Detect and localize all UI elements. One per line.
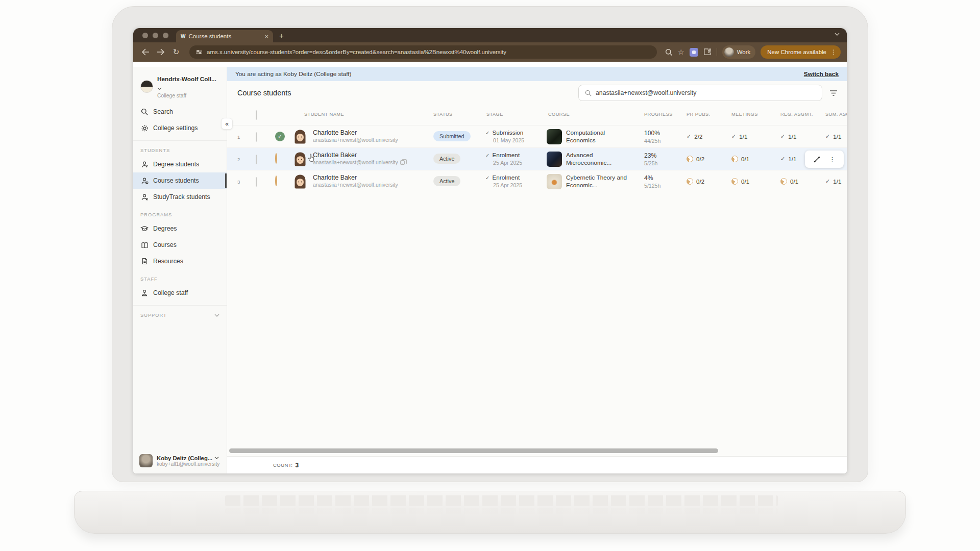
maximize-window-button[interactable] [163, 33, 168, 38]
row-menu-kebab-icon[interactable]: ⋮ [829, 156, 836, 163]
row-checkbox[interactable] [256, 155, 257, 164]
pending-icon [731, 156, 738, 162]
column-header-stage[interactable]: STAGE [486, 112, 503, 117]
pr-pubs-cell: 0/2 [687, 156, 704, 162]
pinned-extension-icon[interactable] [690, 48, 698, 57]
close-window-button[interactable] [142, 33, 148, 38]
sidebar-item-studytrack-students[interactable]: StudyTrack students [133, 189, 227, 205]
sidebar-item-degrees[interactable]: Degrees [133, 220, 227, 237]
column-header-status[interactable]: STATUS [433, 112, 453, 117]
sidebar-collapse-button[interactable]: « [221, 118, 233, 130]
sidebar-item-label: Degree students [153, 161, 199, 168]
meetings-cell: ✓1/1 [731, 133, 747, 140]
tab-search-chevron-icon[interactable] [835, 32, 840, 36]
tab-close-icon[interactable]: × [264, 33, 268, 40]
sidebar-user-card[interactable]: Koby Deitz (Colleg... koby+all1@woolf.un… [133, 451, 227, 469]
column-header-course[interactable]: COURSE [548, 112, 570, 117]
sidebar-item-label: College staff [153, 289, 188, 296]
row-checkbox[interactable] [256, 178, 257, 187]
chevron-down-icon [214, 313, 219, 317]
expand-row-icon[interactable] [813, 156, 821, 163]
extensions-puzzle-icon[interactable] [703, 48, 712, 56]
pending-icon [687, 178, 693, 185]
sum-asgmt-cell: ✓1/1 [825, 133, 841, 140]
row-number: 3 [237, 179, 240, 185]
student-identity[interactable]: Charlotte Baker anastasiia+newxst@woolf.… [313, 174, 398, 188]
search-tabs-icon[interactable] [665, 48, 673, 56]
minimize-window-button[interactable] [153, 33, 158, 38]
column-header-pr-pubs[interactable]: PR PUBS. [687, 112, 710, 117]
student-identity[interactable]: Charlotte Baker anastasiia+newxst@woolf.… [313, 152, 405, 165]
horizontal-scrollbar[interactable] [229, 448, 843, 453]
switch-back-link[interactable]: Switch back [804, 70, 839, 78]
page-title: Course students [237, 89, 291, 97]
update-chrome-label: New Chrome available [767, 49, 826, 55]
bookmark-star-icon[interactable]: ☆ [678, 48, 684, 56]
course-cell[interactable]: Cybernetic Theory and Economic... [547, 174, 631, 190]
course-cell[interactable]: Computational Economics [547, 129, 631, 145]
profile-chip[interactable]: Work [722, 45, 756, 59]
window-controls[interactable] [142, 33, 168, 38]
search-input[interactable] [596, 89, 816, 96]
course-thumbnail [547, 129, 562, 144]
forward-icon[interactable] [155, 46, 167, 58]
reload-icon[interactable]: ↻ [170, 46, 182, 58]
copy-icon[interactable] [400, 160, 405, 165]
pr-pubs-cell: 0/2 [687, 178, 704, 185]
user-avatar [139, 454, 153, 467]
course-cell[interactable]: Advanced Microeconomic... [547, 152, 631, 167]
sidebar-item-degree-students[interactable]: Degree students [133, 156, 227, 172]
update-chrome-button[interactable]: New Chrome available ⋮ [761, 45, 841, 59]
student-name: Charlotte Baker [313, 129, 398, 136]
meetings-cell: 0/1 [731, 156, 749, 162]
sidebar-item-label: Resources [153, 258, 183, 265]
meetings-cell: 0/1 [731, 178, 749, 185]
site-info-icon[interactable] [195, 49, 203, 55]
sidebar-item-college-settings[interactable]: College settings [133, 120, 227, 136]
sidebar-item-label: College settings [153, 124, 198, 132]
table-row[interactable]: 2 Charlotte Baker anastasiia+newxst@wool… [227, 147, 847, 170]
sidebar-item-courses[interactable]: Courses [133, 237, 227, 253]
check-icon: ✓ [780, 133, 785, 140]
column-header-meetings[interactable]: MEETINGS [731, 112, 758, 117]
sidebar-section-support[interactable]: SUPPORT [133, 306, 227, 321]
column-header-sum-asgmt[interactable]: SUM. ASGMT. [825, 112, 847, 117]
org-switcher[interactable]: Hendrix-Woolf Coll... College staff [133, 72, 227, 104]
progress-cell: 100% 44/25h [644, 130, 660, 144]
student-name: Charlotte Baker [313, 174, 398, 181]
sidebar-item-resources[interactable]: Resources [133, 253, 227, 269]
row-checkbox[interactable] [256, 133, 257, 142]
student-identity[interactable]: Charlotte Baker anastasiia+newxst@woolf.… [313, 129, 398, 143]
table-row[interactable]: 1 ✓ Charlotte Baker anastasiia+newxst@wo… [227, 125, 847, 147]
table-row[interactable]: 3 Charlotte Baker anastasiia+newxst@wool… [227, 170, 847, 192]
user-name: Koby Deitz (Colleg... [157, 455, 219, 461]
select-all-checkbox[interactable] [256, 111, 257, 120]
pending-icon [687, 156, 693, 162]
column-header-reg-asgmt[interactable]: REG. ASGMT. [780, 112, 813, 117]
scrollbar-thumb[interactable] [229, 448, 718, 453]
sidebar-item-course-students[interactable]: Course students [133, 172, 227, 189]
course-name: Cybernetic Theory and Economic... [566, 174, 631, 190]
sidebar-item-search[interactable]: Search [133, 104, 227, 120]
back-icon[interactable] [139, 46, 152, 58]
student-search-box[interactable] [578, 85, 822, 101]
student-name: Charlotte Baker [313, 152, 405, 159]
address-bar[interactable]: ams.x.university/course-students?order=d… [189, 45, 657, 59]
sidebar-item-college-staff[interactable]: College staff [133, 285, 227, 301]
column-header-student[interactable]: STUDENT NAME [304, 112, 344, 117]
column-header-progress[interactable]: PROGRESS [644, 112, 673, 117]
pr-pubs-cell: ✓2/2 [687, 133, 702, 140]
new-tab-button[interactable]: + [279, 32, 284, 39]
browser-tab[interactable]: W Course students × [176, 30, 273, 42]
filter-icon[interactable] [829, 90, 838, 96]
site-favicon: W [181, 34, 185, 39]
stage-cell: ✓Enrolment 25 Apr 2025 [485, 152, 522, 166]
main-panel: You are acting as Koby Deitz (College st… [227, 67, 847, 473]
browser-menu-kebab-icon[interactable]: ⋮ [830, 48, 837, 56]
app-sidebar: Hendrix-Woolf Coll... College staff Sear… [133, 67, 227, 473]
pending-icon [780, 178, 787, 185]
course-name: Computational Economics [566, 129, 631, 145]
profile-label: Work [737, 49, 751, 55]
status-badge: Submitted [433, 131, 471, 141]
stage-cell: ✓Submission 01 May 2025 [485, 129, 524, 143]
